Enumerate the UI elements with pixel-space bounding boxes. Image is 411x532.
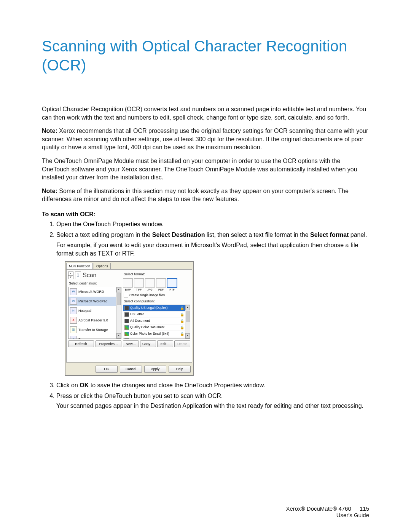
tab-strip: Multi Function Options	[65, 262, 193, 270]
format-caption: PDF	[158, 288, 164, 292]
format-caption: JPG	[147, 288, 153, 292]
step-3-text-c: to save the changes and close the OneTou…	[89, 382, 265, 388]
tab-panel: ▲ ▼ 1 Scan Select destination: WMicr	[66, 269, 192, 363]
apply-button[interactable]: Apply	[144, 366, 166, 373]
config-list[interactable]: Quality US Legal (Duplex)🔒 US Letter🔒 A4…	[123, 305, 190, 339]
lock-icon: 🔒	[180, 326, 184, 329]
tiff-icon	[134, 278, 144, 288]
list-item-label: Quality Color Document	[130, 325, 164, 330]
list-item[interactable]: Color Photo for Email (6x4)🔒	[123, 331, 185, 337]
chevron-up-icon[interactable]: ▲	[68, 272, 73, 276]
format-caption: BMP	[125, 288, 131, 292]
step-4-text-b: Your scanned pages appear in the Destina…	[56, 402, 369, 410]
rtf-icon	[167, 278, 177, 288]
list-item[interactable]: Color Document🔒	[123, 337, 185, 339]
list-item-label: Microsoft WORD	[78, 289, 104, 294]
steps-list: Open the OneTouch Properties window. Sel…	[49, 220, 369, 411]
step-3: Click on OK to save the changes and clos…	[56, 381, 369, 390]
format-jpg[interactable]: JPG	[145, 278, 155, 292]
properties-button[interactable]: Properties…	[96, 340, 121, 348]
note-1: Note: Xerox recommends that all OCR proc…	[42, 127, 369, 152]
scroll-up-icon[interactable]: ▲	[185, 305, 190, 310]
select-config-label: Select configuration:	[124, 299, 190, 304]
fax-icon: F	[70, 336, 77, 339]
list-item-label: Color Photo for Email (6x4)	[130, 332, 169, 336]
list-item-label: Color Document	[130, 338, 153, 339]
list-item-label: Quality US Legal (Duplex)	[130, 306, 167, 310]
lock-icon: 🔒	[180, 306, 184, 310]
list-item[interactable]: NNotepad	[68, 306, 116, 316]
step-4: Press or click the OneTouch button you s…	[56, 392, 369, 411]
note-2-body: Some of the illustrations in this sectio…	[42, 188, 349, 203]
to-scan-subhead: To scan with OCR:	[42, 211, 369, 218]
note-1-label: Note:	[42, 128, 57, 134]
format-tiff[interactable]: TIFF	[134, 278, 144, 292]
dialog-button-row: OK Cancel Apply Help	[65, 363, 193, 375]
cancel-button[interactable]: Cancel	[120, 366, 142, 373]
word-icon: W	[70, 288, 77, 295]
scroll-down-icon[interactable]: ▼	[116, 333, 121, 339]
notepad-icon: N	[70, 307, 77, 314]
destination-list[interactable]: WMicrosoft WORD WMicrosoft WordPad NNote…	[68, 287, 121, 339]
checkbox-icon[interactable]	[124, 293, 128, 297]
page-title: Scanning with Optical Character Recognit…	[42, 37, 369, 75]
format-caption: TIFF	[136, 288, 142, 292]
dialog-window: Multi Function Options ▲ ▼	[65, 261, 194, 376]
edit-button[interactable]: Edit…	[157, 340, 173, 348]
pdf-icon	[156, 278, 166, 288]
onetouch-screenshot: Multi Function Options ▲ ▼	[65, 261, 369, 376]
scrollbar[interactable]: ▲ ▼	[116, 287, 121, 338]
format-pdf[interactable]: PDF	[156, 278, 166, 292]
page: Scanning with Optical Character Recognit…	[0, 0, 411, 532]
list-item[interactable]: A4 Document🔒	[123, 318, 185, 324]
list-item-label: Acrobat Reader 9.0	[78, 318, 108, 323]
list-item[interactable]: Quality US Legal (Duplex)🔒	[123, 305, 185, 312]
step-1: Open the OneTouch Properties window.	[56, 220, 369, 228]
step-2-example: For example, if you want to edit your do…	[56, 241, 369, 258]
scroll-thumb[interactable]	[186, 311, 190, 322]
list-item-label: Transfer to Storage	[78, 328, 108, 332]
note-1-body: Xerox recommends that all OCR processing…	[42, 128, 368, 150]
tab-options[interactable]: Options	[94, 263, 111, 270]
footer-guide: User's Guide	[286, 512, 369, 518]
two-column-layout: ▲ ▼ 1 Scan Select destination: WMicr	[68, 271, 190, 347]
scroll-up-icon[interactable]: ▲	[116, 287, 121, 292]
left-column: ▲ ▼ 1 Scan Select destination: WMicr	[68, 271, 121, 347]
create-single-label: Create single image files	[129, 293, 165, 298]
tab-multi-function[interactable]: Multi Function	[66, 263, 93, 270]
scrollbar[interactable]: ▲ ▼	[185, 305, 190, 338]
list-item[interactable]: FFax	[68, 335, 116, 339]
list-item[interactable]: Quality Color Document🔒	[123, 324, 185, 331]
scroll-down-icon[interactable]: ▼	[185, 333, 190, 339]
format-row: BMP TIFF JPG PDF RTF	[123, 278, 190, 292]
page-bw-icon	[124, 312, 129, 317]
list-item[interactable]: ▥Transfer to Storage	[68, 325, 116, 335]
scan-number: 1	[75, 272, 81, 279]
step-2-bold-2: Select format	[310, 232, 349, 238]
lock-icon: 🔒	[180, 332, 184, 336]
list-item[interactable]: AAcrobat Reader 9.0	[68, 316, 116, 325]
list-item[interactable]: US Letter🔒	[123, 312, 185, 318]
refresh-button[interactable]: Refresh	[68, 340, 94, 348]
delete-button[interactable]: Delete	[174, 340, 190, 348]
list-item-label: US Letter	[130, 312, 144, 317]
scan-spinner[interactable]: ▲ ▼	[68, 272, 73, 279]
ok-button[interactable]: OK	[96, 366, 118, 373]
format-bmp[interactable]: BMP	[123, 278, 133, 292]
new-button[interactable]: New…	[123, 340, 139, 348]
page-color-icon	[124, 332, 129, 336]
scroll-thumb[interactable]	[117, 293, 121, 305]
chevron-down-icon[interactable]: ▼	[68, 276, 73, 279]
module-paragraph: The OneTouch OmniPage Module must be ins…	[42, 157, 369, 182]
jpg-icon	[145, 278, 155, 288]
format-rtf[interactable]: RTF	[167, 278, 177, 292]
list-item[interactable]: WMicrosoft WordPad	[68, 297, 116, 306]
copy-button[interactable]: Copy…	[140, 340, 156, 348]
page-bw-icon	[124, 319, 129, 323]
page-number: 115	[360, 505, 369, 512]
list-item[interactable]: WMicrosoft WORD	[68, 287, 116, 297]
create-single-row[interactable]: Create single image files	[124, 293, 190, 297]
help-button[interactable]: Help	[169, 366, 191, 373]
step-2-text-c: list, then select a text file format in …	[205, 232, 310, 238]
step-1-text: Open the OneTouch Properties window.	[56, 221, 164, 227]
